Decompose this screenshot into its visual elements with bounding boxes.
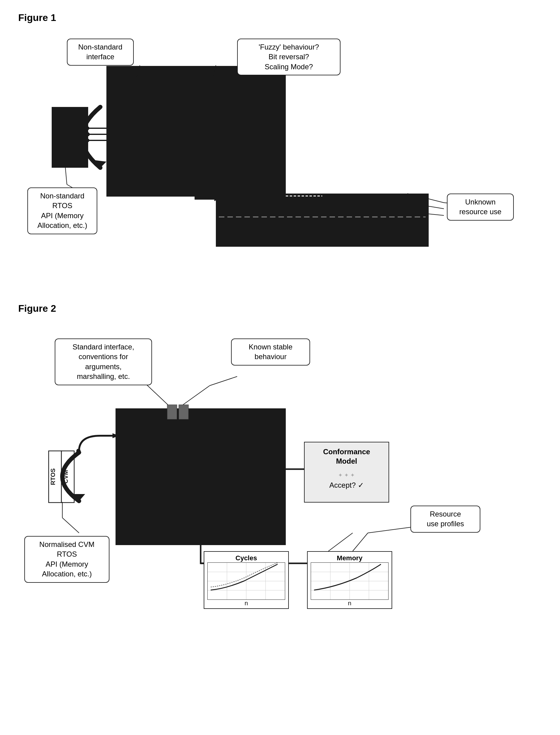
svg-line-45 [62, 518, 79, 533]
figure2-diagram: RTOS CVM [18, 320, 535, 612]
svg-line-42 [183, 385, 210, 405]
svg-line-23 [407, 203, 444, 209]
svg-point-7 [86, 126, 89, 130]
memory-chart-svg [311, 563, 388, 599]
svg-rect-27 [61, 451, 74, 502]
conformance-model-subtitle: Accept? ✓ [309, 481, 384, 489]
svg-line-24 [407, 212, 444, 216]
callout-normalised-cvm: Normalised CVM RTOS API (Memory Allocati… [24, 536, 109, 583]
svg-line-46 [328, 533, 353, 551]
cycles-chart-svg [208, 563, 285, 599]
svg-marker-14 [214, 192, 223, 201]
memory-chart-title: Memory [308, 552, 392, 562]
svg-line-43 [210, 376, 237, 385]
callout-resource-profiles: Resource use profiles [410, 505, 480, 533]
memory-axis-label: n [308, 600, 392, 607]
svg-marker-12 [283, 194, 290, 200]
svg-marker-15 [257, 192, 268, 200]
svg-point-8 [85, 132, 90, 136]
svg-point-9 [86, 139, 89, 142]
svg-rect-26 [49, 451, 61, 502]
svg-text:CVM: CVM [62, 470, 69, 483]
cycles-chart: Cycles n [204, 551, 289, 609]
svg-line-16 [137, 65, 140, 77]
cycles-chart-grid [207, 562, 285, 600]
svg-line-18 [213, 65, 216, 78]
callout-unknown-resource: Unknown resource use [447, 194, 514, 221]
svg-line-40 [146, 384, 168, 405]
svg-point-35 [76, 449, 81, 453]
svg-line-47 [353, 533, 368, 551]
conformance-model-title: Conformance Model [309, 447, 384, 466]
callout-standard-interface: Standard interface, conventions for argu… [55, 339, 152, 385]
figure1-label: Figure 1 [18, 12, 542, 23]
svg-rect-1 [106, 66, 286, 197]
callout-non-standard-interface: Non-standard interface [67, 39, 134, 66]
svg-rect-31 [167, 405, 177, 419]
callout-fuzzy-behaviour: 'Fuzzy' behaviour? Bit reversal? Scaling… [237, 39, 340, 75]
svg-rect-2 [216, 194, 429, 247]
svg-marker-34 [73, 494, 85, 501]
svg-line-48 [368, 527, 413, 533]
figure2-section: Figure 2 RTOS CVM [18, 303, 542, 612]
cycles-axis-label: n [204, 600, 288, 607]
callout-known-stable: Known stable behaviour [231, 339, 310, 366]
conformance-model-box: Conformance Model ✦ ✦ ✦ Accept? ✓ [304, 442, 389, 502]
svg-rect-30 [116, 408, 286, 545]
callout-non-standard-rtos: Non-standard RTOS API (Memory Allocation… [27, 188, 97, 234]
svg-line-20 [65, 168, 67, 185]
svg-rect-0 [52, 107, 88, 168]
svg-line-22 [407, 194, 444, 203]
conformance-model-accept: ✦ ✦ ✦ [309, 472, 384, 478]
memory-chart-grid [311, 562, 389, 600]
svg-marker-33 [112, 433, 119, 438]
figure2-label: Figure 2 [18, 303, 542, 314]
figure1-section: Figure 1 [18, 12, 542, 279]
svg-rect-32 [179, 405, 188, 419]
memory-chart: Memory n [307, 551, 392, 609]
page-container: Figure 1 [0, 0, 560, 735]
svg-line-17 [112, 74, 137, 77]
svg-marker-10 [94, 160, 106, 168]
cycles-chart-title: Cycles [204, 552, 288, 562]
svg-text:RTOS: RTOS [50, 468, 56, 485]
figure1-diagram: Non-standard interface 'Fuzzy' behaviour… [18, 29, 535, 279]
